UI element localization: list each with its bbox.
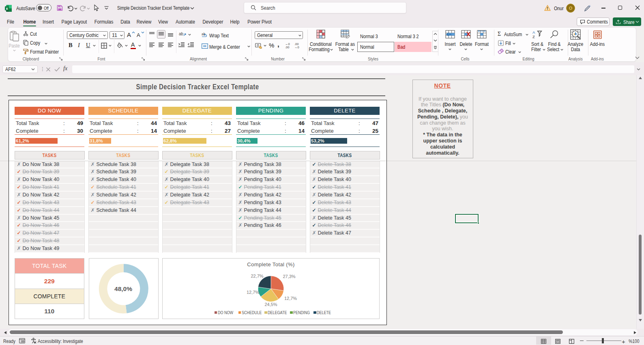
- svg-text:A: A: [532, 30, 535, 34]
- svg-text:x: x: [6, 6, 8, 11]
- svg-text:ab: ab: [179, 32, 184, 36]
- svg-text:→0: →0: [294, 45, 299, 49]
- svg-text:.00: .00: [285, 45, 289, 49]
- svg-text:Z: Z: [532, 34, 535, 39]
